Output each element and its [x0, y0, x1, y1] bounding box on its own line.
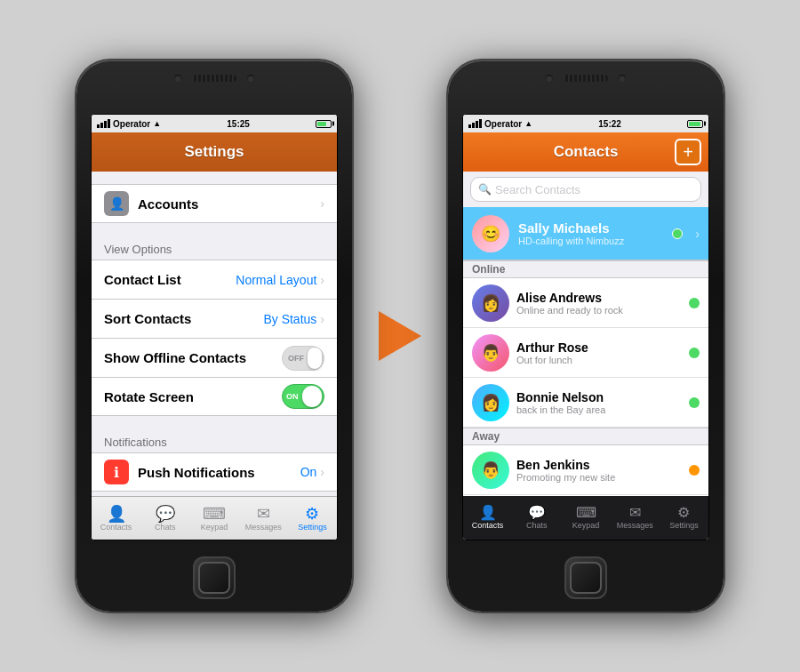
- featured-online-indicator: [672, 228, 683, 239]
- tab-chats-left[interactable]: 💬 Chats: [140, 497, 189, 540]
- tab-chats-right[interactable]: 💬 Chats: [512, 496, 561, 540]
- messages-icon-right: ✉: [629, 506, 641, 520]
- push-notifications-chevron: ›: [320, 465, 324, 479]
- settings-icon-right: ⚙: [677, 506, 690, 520]
- info-arthur: Arthur Rose Out for lunch: [516, 340, 682, 365]
- sort-contacts-row[interactable]: Sort Contacts By Status ›: [92, 299, 337, 338]
- camera-right-phone2: [619, 75, 626, 82]
- contacts-title: Contacts: [554, 143, 619, 161]
- settings-label-right: Settings: [669, 522, 699, 530]
- name-bonnie: Bonnie Nelson: [516, 390, 682, 404]
- scene: Operator ▲ 15:25 Settings �: [0, 60, 800, 612]
- status-ben: Promoting my new site: [516, 472, 682, 483]
- name-ben: Ben Jenkins: [516, 458, 682, 472]
- chats-label-right: Chats: [526, 522, 548, 530]
- speaker-grille-right: [564, 75, 608, 82]
- speaker-grille-left: [192, 75, 236, 82]
- battery-left: [316, 120, 332, 128]
- dot-ben: [689, 465, 700, 476]
- rotate-screen-row[interactable]: Rotate Screen ON: [92, 377, 337, 416]
- chats-tab-label-left: Chats: [155, 524, 176, 532]
- dot-bonnie: [689, 397, 700, 408]
- info-ben: Ben Jenkins Promoting my new site: [516, 458, 682, 483]
- chats-tab-icon-left: 💬: [156, 506, 175, 522]
- contacts-list: Online 👩 Alise Andrews Online and ready …: [463, 260, 708, 496]
- status-bar-left: Operator ▲ 15:25: [92, 115, 337, 132]
- battery-right: [687, 120, 703, 128]
- tab-settings-left[interactable]: ⚙ Settings: [288, 497, 337, 540]
- rotate-screen-toggle[interactable]: ON: [282, 384, 324, 409]
- sort-contacts-label: Sort Contacts: [104, 311, 263, 326]
- settings-tab-label-left: Settings: [298, 524, 327, 532]
- search-bar: 🔍 Search Contacts: [463, 172, 708, 207]
- accounts-section: 👤 Accounts ›: [92, 184, 337, 223]
- chats-icon-right: 💬: [528, 506, 546, 520]
- settings-title: Settings: [184, 143, 244, 161]
- camera-right-phone: [546, 75, 553, 82]
- contacts-label-right: Contacts: [472, 522, 504, 530]
- tab-messages-left[interactable]: ✉ Messages: [239, 497, 288, 540]
- show-offline-row[interactable]: Show Offline Contacts OFF: [92, 338, 337, 377]
- show-offline-toggle[interactable]: OFF: [282, 346, 324, 371]
- search-input-container[interactable]: 🔍 Search Contacts: [470, 177, 701, 202]
- avatar-ben: 👨: [472, 452, 509, 489]
- keypad-label-right: Keypad: [572, 522, 600, 530]
- camera-right: [247, 75, 254, 82]
- search-icon: 🔍: [478, 183, 492, 196]
- push-notifications-row[interactable]: ℹ Push Notifications On ›: [92, 452, 337, 492]
- status-alise: Online and ready to rock: [516, 305, 682, 316]
- add-contact-button[interactable]: +: [675, 139, 701, 165]
- operator-left: Operator: [113, 119, 150, 129]
- home-button-right[interactable]: [564, 556, 607, 599]
- away-section-label: Away: [463, 428, 708, 445]
- contact-list-chevron: ›: [320, 273, 324, 287]
- keypad-icon-right: ⌨: [576, 506, 596, 520]
- wifi-icon-left: ▲: [153, 119, 161, 128]
- signal-bars-right: [468, 119, 482, 128]
- contacts-tab-icon-left: 👤: [107, 506, 126, 522]
- contact-list-label: Contact List: [104, 272, 236, 287]
- info-alise: Alise Andrews Online and ready to rock: [516, 291, 682, 316]
- left-phone: Operator ▲ 15:25 Settings �: [76, 60, 352, 612]
- accounts-row[interactable]: 👤 Accounts ›: [92, 184, 337, 223]
- accounts-icon: 👤: [104, 191, 129, 216]
- info-bonnie: Bonnie Nelson back in the Bay area: [516, 390, 682, 415]
- contact-row-arthur[interactable]: 👨 Arthur Rose Out for lunch: [463, 328, 708, 378]
- settings-tab-icon-left: ⚙: [305, 506, 319, 522]
- dot-alise: [689, 298, 700, 308]
- status-bonnie: back in the Bay area: [516, 404, 682, 415]
- tab-messages-right[interactable]: ✉ Messages: [611, 496, 660, 540]
- tab-settings-right[interactable]: ⚙ Settings: [660, 496, 708, 540]
- contacts-header: Contacts +: [463, 132, 708, 172]
- contacts-tab-label-left: Contacts: [100, 524, 132, 532]
- contacts-icon-right: 👤: [479, 506, 497, 520]
- keypad-tab-label-left: Keypad: [201, 524, 228, 532]
- phone-top-right: [448, 75, 724, 82]
- name-arthur: Arthur Rose: [516, 340, 682, 355]
- view-options-header: View Options: [92, 236, 337, 260]
- home-button-left[interactable]: [193, 556, 236, 599]
- operator-right: Operator: [484, 119, 522, 129]
- messages-label-right: Messages: [617, 522, 653, 530]
- accounts-label: Accounts: [138, 196, 320, 212]
- messages-tab-icon-left: ✉: [257, 506, 270, 522]
- push-notifications-value: On: [300, 465, 317, 479]
- tab-keypad-left[interactable]: ⌨ Keypad: [189, 497, 238, 540]
- tab-contacts-right[interactable]: 👤 Contacts: [463, 496, 512, 540]
- contact-row-bonnie[interactable]: 👩 Bonnie Nelson back in the Bay area: [463, 378, 708, 428]
- dot-arthur: [689, 348, 700, 358]
- tab-contacts-left[interactable]: 👤 Contacts: [92, 497, 140, 540]
- accounts-chevron: ›: [320, 196, 324, 211]
- tab-keypad-right[interactable]: ⌨ Keypad: [561, 496, 610, 540]
- contact-row-alise[interactable]: 👩 Alise Andrews Online and ready to rock: [463, 278, 708, 328]
- contact-list-row[interactable]: Contact List Normal Layout ›: [92, 260, 337, 299]
- featured-avatar: 😊: [472, 215, 509, 252]
- right-screen: Operator ▲ 15:22 Contacts +: [462, 114, 709, 540]
- toggle-off-label: OFF: [288, 354, 304, 363]
- arrow-container: [379, 311, 421, 361]
- status-arthur: Out for lunch: [516, 355, 682, 365]
- right-phone: Operator ▲ 15:22 Contacts +: [448, 60, 724, 612]
- contact-row-ben[interactable]: 👨 Ben Jenkins Promoting my new site: [463, 445, 708, 495]
- featured-contact[interactable]: 😊 Sally Michaels HD-calling with Nimbuzz…: [463, 207, 708, 260]
- featured-name: Sally Michaels: [518, 220, 663, 236]
